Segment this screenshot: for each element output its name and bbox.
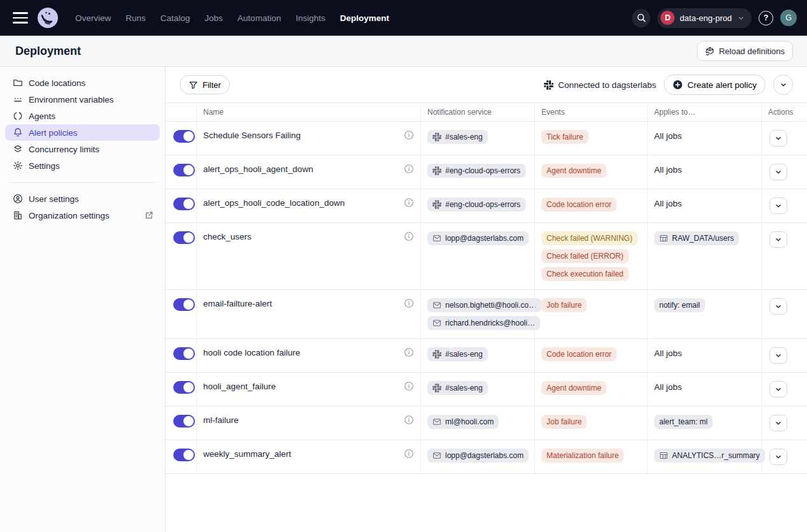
event-list: Code location error	[541, 198, 641, 212]
nav-item-insights[interactable]: Insights	[293, 10, 328, 27]
page-header: Deployment Reload definitions	[0, 36, 807, 67]
slack-icon	[432, 200, 441, 209]
more-options-button[interactable]	[773, 75, 793, 95]
slack-connection-status: Connected to dagsterlabs	[544, 80, 656, 90]
events-cell: Check failed (WARNING)Check failed (ERRO…	[534, 223, 647, 289]
row-actions-button[interactable]	[769, 381, 787, 398]
alert-enabled-toggle[interactable]	[173, 347, 195, 360]
search-icon	[636, 13, 646, 23]
notification-label: lopp@dagsterlabs.com	[445, 233, 524, 243]
workspace-switcher[interactable]: D data-eng-prod	[657, 8, 752, 28]
info-icon[interactable]	[404, 449, 414, 459]
filter-label: Filter	[203, 80, 221, 90]
notification-tag: lopp@dagsterlabs.com	[427, 449, 529, 463]
nav-item-automation[interactable]: Automation	[235, 10, 283, 27]
info-icon[interactable]	[404, 130, 414, 140]
table-icon	[659, 234, 668, 243]
applies-to-cell: All jobs	[647, 122, 761, 155]
nav-item-runs[interactable]: Runs	[123, 10, 148, 27]
info-icon[interactable]	[404, 164, 414, 174]
alert-enabled-toggle[interactable]	[173, 449, 195, 461]
row-actions-button[interactable]	[769, 130, 787, 147]
notification-label: richard.hendricks@hooli…	[445, 318, 535, 328]
hamburger-menu-icon[interactable]	[13, 12, 28, 24]
sidebar-item-environment-variables[interactable]: Environment variables	[5, 91, 160, 108]
alert-policy-name: weekly_summary_alert	[203, 449, 291, 459]
table-row: alert_ops_hooli_agent_down#eng-cloud-ops…	[166, 155, 807, 189]
user-avatar[interactable]: G	[780, 10, 797, 26]
help-button[interactable]: ?	[759, 11, 773, 25]
nav-item-deployment[interactable]: Deployment	[338, 10, 392, 27]
info-icon[interactable]	[404, 198, 414, 208]
sidebar-item-concurrency-limits[interactable]: Concurrency limits	[5, 141, 160, 157]
sidebar-item-organization-settings[interactable]: Organization settings	[5, 207, 160, 224]
chevron-down-icon	[774, 235, 783, 244]
applies-to-text: All jobs	[654, 131, 682, 141]
nav-item-catalog[interactable]: Catalog	[158, 10, 193, 27]
primary-nav: OverviewRunsCatalogJobsAutomationInsight…	[73, 10, 392, 27]
slack-icon	[432, 384, 441, 392]
alert-enabled-toggle[interactable]	[173, 381, 195, 394]
alert-policies-main: Filter Connected to dagsterlabs Create a…	[166, 67, 807, 532]
alert-enabled-toggle[interactable]	[173, 198, 195, 210]
notification-label: ml@hooli.com	[445, 417, 494, 427]
create-alert-policy-label: Create alert policy	[687, 80, 757, 90]
alert-policy-name: alert_ops_hooli_agent_down	[203, 164, 313, 174]
alert-enabled-toggle[interactable]	[173, 164, 195, 176]
notification-service-cell: #eng-cloud-ops-errors	[420, 155, 534, 189]
sidebar-item-alert-policies[interactable]: Alert policies	[5, 124, 160, 141]
sidebar-item-agents[interactable]: Agents	[5, 108, 160, 124]
create-alert-policy-button[interactable]: Create alert policy	[664, 75, 766, 95]
event-badge: Job failure	[541, 298, 587, 312]
column-header-name: Name	[196, 103, 420, 121]
alert-enabled-toggle[interactable]	[173, 298, 195, 311]
row-actions-button[interactable]	[769, 449, 787, 465]
notification-list: ml@hooli.com	[427, 415, 528, 429]
column-header-applies-to: Applies to…	[647, 103, 761, 121]
connected-label: Connected to dagsterlabs	[558, 80, 656, 90]
slack-icon	[432, 350, 441, 359]
alert-enabled-toggle[interactable]	[173, 130, 195, 143]
chevron-down-icon	[774, 452, 783, 461]
notification-tag: nelson.bighetti@hooli.co…	[427, 298, 541, 312]
sidebar-item-code-locations[interactable]: Code locations	[5, 75, 160, 91]
filter-button[interactable]: Filter	[180, 75, 230, 94]
sidebar-item-settings[interactable]: Settings	[5, 157, 160, 174]
info-icon[interactable]	[404, 298, 414, 308]
page-title: Deployment	[15, 45, 81, 58]
filter-funnel-icon	[189, 80, 198, 90]
alert-enabled-toggle[interactable]	[173, 231, 195, 244]
email-icon	[432, 234, 441, 243]
sidebar-item-user-settings[interactable]: User settings	[5, 191, 160, 207]
dagster-logo-icon[interactable]	[37, 7, 59, 29]
applies-to-label: alert_team: ml	[659, 417, 708, 427]
plus-circle-icon	[673, 80, 683, 90]
nav-item-jobs[interactable]: Jobs	[202, 10, 225, 27]
actions-cell	[761, 373, 807, 406]
alert-policy-name: Schedule Sensors Failing	[203, 130, 301, 140]
chevron-down-icon	[737, 14, 745, 22]
event-list: Materialization failure	[541, 449, 641, 463]
info-icon[interactable]	[404, 231, 414, 241]
info-icon[interactable]	[404, 347, 414, 357]
search-button[interactable]	[632, 9, 650, 27]
row-actions-button[interactable]	[769, 298, 787, 315]
row-actions-button[interactable]	[769, 164, 787, 180]
sidebar-item-label: Concurrency limits	[29, 145, 99, 154]
row-actions-button[interactable]	[769, 198, 787, 214]
event-list: Agent downtime	[541, 381, 641, 395]
notification-label: nelson.bighetti@hooli.co…	[445, 300, 536, 310]
alert-enabled-toggle[interactable]	[173, 415, 195, 428]
info-icon[interactable]	[404, 415, 414, 425]
chevron-down-icon	[774, 351, 783, 360]
row-actions-button[interactable]	[769, 415, 787, 431]
row-actions-button[interactable]	[769, 231, 787, 248]
info-icon[interactable]	[404, 381, 414, 391]
nav-item-overview[interactable]: Overview	[73, 10, 113, 27]
toggle-cell	[166, 440, 196, 473]
toggle-cell	[166, 122, 196, 155]
gear-icon	[13, 161, 23, 171]
reload-definitions-button[interactable]: Reload definitions	[697, 41, 793, 61]
applies-to-cell: ANALYTICS…r_summary	[647, 440, 761, 473]
row-actions-button[interactable]	[769, 347, 787, 364]
